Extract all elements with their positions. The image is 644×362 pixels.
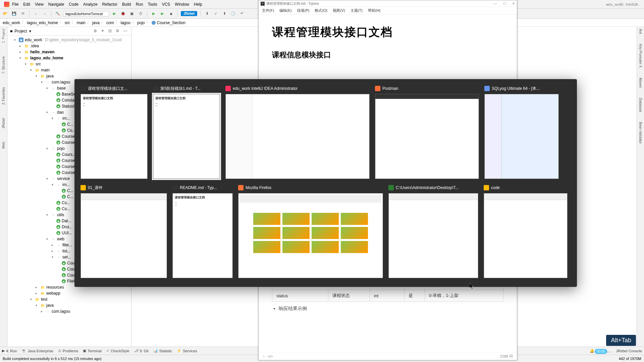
git-pull-icon[interactable]: ⬇	[204, 10, 210, 17]
rerun-icon[interactable]: ▶	[150, 10, 157, 17]
tree-arrow-icon[interactable]: ▾	[30, 68, 34, 72]
alt-tab-item[interactable]: code	[484, 184, 568, 278]
collapse-icon[interactable]: ⊟	[108, 28, 114, 34]
locate-icon[interactable]: ⊕	[94, 28, 99, 34]
tree-arrow-icon[interactable]: ▾	[52, 183, 55, 186]
tab-checkstyle[interactable]: ✓ CheckStyle	[106, 349, 129, 353]
tab-git[interactable]: ⎇ 9: Git	[134, 349, 149, 353]
tab-run[interactable]: ▶ 4: Run	[2, 349, 17, 353]
alt-tab-item[interactable]: README.md - Typ...课程管理模块接口文档——	[172, 184, 233, 278]
menu-vcs[interactable]: VCS	[162, 2, 170, 7]
alt-tab-item[interactable]: 第5阶段模块1.md - T...课程管理模块接口文档——	[153, 85, 220, 179]
save-icon[interactable]: 💾	[11, 10, 17, 17]
crumb-2[interactable]: src	[65, 20, 70, 25]
open-file-icon[interactable]: 📂	[2, 10, 9, 17]
tree-arrow-icon[interactable]: ▸	[41, 310, 44, 313]
typora-maximize-icon[interactable]: ☐	[503, 2, 506, 5]
tab-bean-validator[interactable]: Bean Validator	[639, 122, 642, 144]
tree-arrow-icon[interactable]: ▾	[14, 38, 17, 42]
build-icon[interactable]: 🔨	[54, 10, 61, 17]
tree-arrow-icon[interactable]: ▸	[36, 292, 39, 295]
git-revert-icon[interactable]: ↶	[238, 10, 245, 17]
tab-project[interactable]: 1: Project	[2, 29, 5, 43]
crumb-5[interactable]: com	[106, 20, 114, 25]
git-commit-icon[interactable]: ✓	[212, 10, 219, 17]
tab-services[interactable]: ⚡ Services	[177, 349, 197, 353]
menu-file[interactable]: File	[12, 2, 18, 7]
git-push-icon[interactable]: ⬆	[221, 10, 228, 17]
git-history-icon[interactable]: 🕓	[230, 10, 236, 17]
menu-code[interactable]: Code	[69, 2, 78, 7]
menu-analyze[interactable]: Analyze	[83, 2, 98, 7]
tree-arrow-icon[interactable]: ▸	[52, 249, 55, 253]
run-config-select[interactable]: lagouEduHomeTomcat	[63, 11, 109, 16]
settings-icon[interactable]: ⚙	[116, 28, 121, 34]
crumb-3[interactable]: main	[77, 20, 86, 25]
debug-icon[interactable]: 🐞	[120, 10, 126, 17]
menu-build[interactable]: Build	[122, 2, 131, 7]
run-icon[interactable]: ▶	[111, 10, 118, 17]
alt-tab-item[interactable]: Mozilla Firefox	[238, 184, 383, 278]
alt-tab-item[interactable]: 01_课件	[80, 184, 167, 278]
tree-arrow-icon[interactable]: ▾	[52, 117, 55, 120]
tree-arrow-icon[interactable]: ▾	[25, 62, 28, 66]
menu-window[interactable]: Window	[175, 2, 189, 7]
maximize-icon[interactable]: ☐	[614, 0, 629, 9]
tree-row[interactable]: ▸📁hello_maven	[7, 49, 131, 55]
tree-row[interactable]: ▾📁lagou_edu_home	[7, 55, 131, 61]
crumb-6[interactable]: lagou	[120, 20, 130, 25]
menu-help[interactable]: Help	[194, 2, 202, 7]
tab-java-ee[interactable]: ☕ Java Enterprise	[21, 349, 53, 353]
tree-arrow-icon[interactable]: ▸	[52, 243, 55, 247]
crumb-4[interactable]: java	[92, 20, 100, 25]
tree-arrow-icon[interactable]: ▸	[36, 286, 39, 289]
tab-jrebel[interactable]: JRebel	[2, 118, 5, 128]
menu-navigate[interactable]: Navigate	[48, 2, 64, 7]
tab-ant[interactable]: Ant	[639, 29, 642, 34]
tab-key-promoter[interactable]: Key Promoter X	[639, 44, 642, 68]
menu-edit[interactable]: Edit	[23, 2, 30, 7]
tree-row[interactable]: ▾📁java	[7, 73, 131, 79]
menu-tools[interactable]: Tools	[148, 2, 157, 7]
tab-problems[interactable]: ⚠ Problems	[58, 349, 78, 353]
tree-arrow-icon[interactable]: ▾	[46, 177, 50, 180]
menu-view[interactable]: View	[35, 2, 44, 7]
tree-row[interactable]: ▾📁test	[7, 296, 131, 302]
source-mode-icon[interactable]: </>	[268, 354, 273, 358]
tree-arrow-icon[interactable]: ▾	[46, 213, 50, 217]
typora-menu-theme[interactable]: 主题(T)	[351, 8, 363, 13]
tab-database[interactable]: Database	[639, 98, 642, 112]
outline-toggle-icon[interactable]: ○	[263, 354, 265, 358]
tree-arrow-icon[interactable]: ▾	[46, 237, 50, 241]
menu-run[interactable]: Run	[136, 2, 143, 7]
typora-menu-view[interactable]: 视图(V)	[333, 8, 345, 13]
tree-row[interactable]: ▸📁.idea	[7, 43, 131, 49]
jrebel-button[interactable]: JRebel	[181, 11, 197, 16]
stop-icon[interactable]: ■	[168, 10, 174, 17]
tree-arrow-icon[interactable]: ▾	[46, 86, 50, 90]
profile-icon[interactable]: ⏱	[137, 10, 144, 17]
tab-favorites[interactable]: 2: Favorites	[2, 87, 5, 105]
nav-forward-icon[interactable]: →	[41, 10, 48, 17]
nav-back-icon[interactable]: ←	[33, 10, 39, 17]
tree-row[interactable]: ▾■edu_workD:\gitee_repository\stage_5_mo…	[7, 37, 131, 43]
coverage-icon[interactable]: ▣	[128, 10, 135, 17]
tree-arrow-icon[interactable]: ▾	[19, 56, 23, 60]
refresh-icon[interactable]: ⟳	[19, 10, 26, 17]
tree-arrow-icon[interactable]: ▸	[19, 44, 23, 48]
tab-statistic[interactable]: 📊 Statistic	[153, 349, 172, 353]
tree-row[interactable]: ▸▫com.lagou	[7, 308, 131, 314]
typora-close-icon[interactable]: ✕	[512, 2, 515, 5]
hide-icon[interactable]: —	[123, 28, 128, 34]
tab-terminal[interactable]: ▣ Terminal	[83, 349, 102, 353]
alt-tab-item[interactable]: edu_work IntelliJ IDEA Administrator	[225, 85, 370, 179]
tab-jrebel-console[interactable]: JRebel Console	[616, 349, 642, 353]
alt-tab-item[interactable]: Postman	[375, 85, 479, 179]
tab-web[interactable]: Web	[2, 142, 5, 148]
typora-menu-format[interactable]: 格式(O)	[315, 8, 327, 13]
tree-row[interactable]: ▾📁main	[7, 67, 131, 73]
crumb-8[interactable]: Course_Section	[157, 20, 185, 25]
run-debug-icon[interactable]: ▶	[159, 10, 166, 17]
memory-indicator[interactable]: 442 of 1970M	[619, 357, 641, 361]
typora-menu-help[interactable]: 帮助(H)	[368, 8, 380, 13]
